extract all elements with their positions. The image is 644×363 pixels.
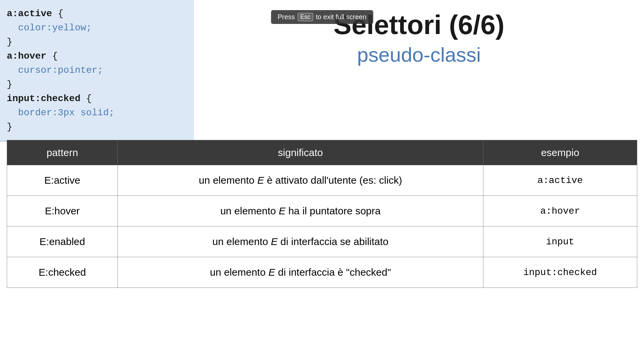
table-row: E:checked un elemento E di interfaccia è… (7, 257, 637, 288)
table-row: E:active un elemento E è attivato dall'u… (7, 165, 637, 196)
code-prop-cursor: cursor:pointer; (18, 65, 103, 75)
code-selector-hover: a:hover (7, 51, 47, 61)
col-header-significato: significato (118, 140, 483, 165)
cell-esempio-checked: input:checked (483, 257, 637, 288)
col-header-esempio: esempio (483, 140, 637, 165)
cell-significato-checked: un elemento E di interfaccia è "checked" (118, 257, 483, 288)
cell-significato-enabled: un elemento E di interfaccia se abilitat… (118, 226, 483, 257)
code-brace-open-2: { (52, 51, 58, 61)
col-header-pattern: pattern (7, 140, 118, 165)
code-line-4: a:hover { (7, 49, 184, 63)
title-area: Selettori (6/6) pseudo-classi (194, 0, 644, 66)
code-block: a:active { color:yellow; } a:hover { cur… (0, 0, 194, 142)
cell-pattern-active: E:active (7, 165, 118, 196)
cell-esempio-enabled: input (483, 226, 637, 257)
notification-text-after: to exit full screen (316, 13, 366, 21)
code-line-5: cursor:pointer; (7, 63, 184, 78)
notification-text-before: Press (278, 13, 295, 21)
cell-esempio-hover: a:hover (483, 196, 637, 226)
code-line-6: } (7, 78, 184, 92)
code-brace-open-3: { (86, 93, 92, 104)
code-line-7: input:checked { (7, 92, 184, 106)
cell-significato-active: un elemento E è attivato dall'utente (es… (118, 165, 483, 196)
code-prop-color: color:yellow; (18, 23, 92, 33)
cell-pattern-checked: E:checked (7, 257, 118, 288)
code-brace-close-1: } (7, 37, 12, 47)
page-container: a:active { color:yellow; } a:hover { cur… (0, 0, 644, 363)
code-selector-active: a:active (7, 8, 52, 19)
code-prop-border: border:3px solid; (18, 108, 115, 118)
subtitle: pseudo-classi (357, 43, 481, 66)
cell-significato-hover: un elemento E ha il puntatore sopra (118, 196, 483, 226)
table-header-row: pattern significato esempio (7, 140, 637, 165)
code-line-9: } (7, 120, 184, 134)
cell-pattern-enabled: E:enabled (7, 226, 118, 257)
cell-pattern-hover: E:hover (7, 196, 118, 226)
esc-key-badge: Esc (298, 13, 313, 21)
code-line-3: } (7, 35, 184, 49)
code-line-1: a:active { (7, 7, 184, 21)
table-row: E:hover un elemento E ha il puntatore so… (7, 196, 637, 226)
code-selector-checked: input:checked (7, 93, 80, 104)
code-line-2: color:yellow; (7, 21, 184, 35)
notification-bar: Press Esc to exit full screen (271, 10, 373, 24)
table-area: pattern significato esempio E:active un … (0, 140, 644, 288)
table-row: E:enabled un elemento E di interfaccia s… (7, 226, 637, 257)
code-brace-close-2: } (7, 79, 12, 90)
code-brace-close-3: } (7, 122, 12, 132)
cell-esempio-active: a:active (483, 165, 637, 196)
code-line-8: border:3px solid; (7, 106, 184, 120)
code-brace-open-1: { (58, 8, 63, 19)
selectors-table: pattern significato esempio E:active un … (7, 140, 637, 288)
